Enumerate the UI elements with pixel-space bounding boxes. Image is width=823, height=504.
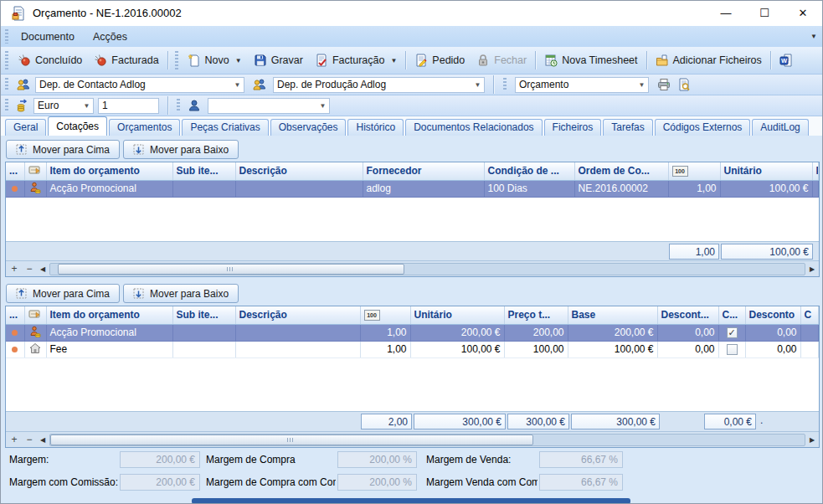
tab-geral[interactable]: Geral (5, 119, 46, 136)
col-type-icon[interactable] (24, 162, 46, 180)
facturacao-button[interactable]: Facturação▼ (309, 50, 403, 70)
fechar-button[interactable]: Fechar (471, 50, 532, 70)
grid2-hscrollbar-thumb[interactable] (50, 435, 533, 445)
currency-select[interactable]: Euro▼ (33, 98, 94, 114)
grid2-move-up-button[interactable]: Mover para Cima (6, 284, 120, 303)
production-department-select[interactable]: Dep. de Produção Adlog▼ (273, 77, 485, 93)
commission-checkbox[interactable] (727, 327, 738, 338)
grid1-row-accao-promocional[interactable]: Acção Promocional adlog 100 Dias NE.2016… (6, 180, 819, 197)
document-icon[interactable] (11, 6, 26, 21)
col-dots[interactable]: ... (6, 306, 24, 324)
col-unitario[interactable]: Unitário (410, 306, 504, 324)
margem-comissao-field[interactable]: 200,00 € (120, 474, 200, 491)
scroll-right-icon[interactable]: ▶ (807, 436, 817, 444)
col-unitario[interactable]: Unitário (720, 162, 812, 180)
col-sub-item[interactable]: Sub ite... (172, 306, 235, 324)
toolbar-grip[interactable] (5, 29, 8, 44)
col-descricao[interactable]: Descrição (235, 306, 360, 324)
tab-orcamentos[interactable]: Orçamentos (109, 119, 180, 136)
toolbar-grip[interactable] (175, 51, 178, 69)
grid2-add-row-button[interactable]: + (8, 434, 21, 446)
col-partial[interactable]: C (800, 306, 819, 324)
exchange-rate-input[interactable]: 1 (98, 98, 159, 114)
adicionar-ficheiros-button[interactable]: Adicionar Ficheiros (650, 50, 768, 70)
grid1-hscrollbar[interactable] (49, 263, 805, 275)
chevron-down-icon: ▼ (80, 102, 93, 110)
toolbar-grip[interactable] (5, 51, 8, 69)
tab-pecas-criativas[interactable]: Peças Criativas (182, 119, 268, 136)
grid1-remove-row-button[interactable]: − (23, 263, 36, 275)
minimize-button[interactable]: — (707, 1, 745, 26)
col-base[interactable]: Base (568, 306, 657, 324)
scroll-right-icon[interactable]: ▶ (807, 265, 817, 273)
close-button[interactable]: ✕ (784, 1, 822, 26)
toolbar-grip[interactable] (177, 99, 180, 113)
col-item[interactable]: Item do orçamento (46, 306, 172, 324)
grid1-move-down-button[interactable]: Mover para Baixo (123, 140, 239, 159)
col-condicao[interactable]: Condição de ... (484, 162, 574, 180)
col-type-icon[interactable] (24, 306, 46, 324)
margem-venda-comissao-field[interactable]: 66,67 % (539, 474, 623, 491)
grid2-empty-area[interactable] (6, 358, 819, 412)
word-export-button[interactable]: W (774, 50, 799, 70)
grid2-row-fee[interactable]: Fee 1,00 100,00 € 100,00 100,00 € 0,00 0… (6, 341, 819, 357)
toolbar-grip[interactable] (5, 78, 8, 92)
col-item[interactable]: Item do orçamento (46, 162, 172, 180)
pedido-button[interactable]: Pedido (409, 50, 471, 70)
grid2-remove-row-button[interactable]: − (23, 434, 36, 446)
menu-overflow-arrow[interactable]: ▼ (810, 33, 817, 40)
margem-venda-field[interactable]: 66,67 % (539, 451, 623, 468)
tab-observacoes[interactable]: Observações (270, 119, 347, 136)
tab-auditlog[interactable]: AuditLog (752, 119, 808, 136)
grid1-empty-area[interactable] (6, 198, 819, 242)
nova-timesheet-button[interactable]: Nova Timesheet (538, 50, 643, 70)
col-descricao[interactable]: Descrição (235, 162, 363, 180)
tab-historico[interactable]: Histórico (347, 119, 404, 136)
status-dot (12, 186, 18, 192)
col-quantidade[interactable]: 100 (360, 306, 410, 324)
gravar-button[interactable]: Gravar (248, 50, 309, 70)
scroll-left-icon[interactable]: ◀ (38, 265, 48, 273)
tab-tarefas[interactable]: Tarefas (603, 119, 652, 136)
facturada-button[interactable]: Facturada (88, 50, 164, 70)
col-ordem[interactable]: Ordem de Co... (574, 162, 668, 180)
col-check[interactable]: C... (718, 306, 745, 324)
maximize-button[interactable]: ☐ (745, 1, 784, 26)
menu-documento[interactable]: Documento (12, 28, 84, 46)
report-select[interactable]: Orçamento▼ (515, 77, 649, 93)
contact-department-select[interactable]: Dep. de Contacto Adlog▼ (35, 77, 244, 93)
tab-cotacoes[interactable]: Cotações (48, 116, 107, 136)
bottom-resize-bar[interactable] (192, 498, 630, 504)
commission-checkbox[interactable] (727, 344, 738, 355)
concluido-button[interactable]: Concluído (12, 50, 88, 70)
margem-compra-field[interactable]: 200,00 % (337, 451, 417, 468)
col-desconto[interactable]: Desconto (745, 306, 800, 324)
toolbar-grip[interactable] (5, 99, 8, 113)
col-fornecedor[interactable]: Fornecedor (363, 162, 484, 180)
tab-codigos-externos[interactable]: Códigos Externos (655, 119, 751, 136)
tab-documentos-relacionados[interactable]: Documentos Relacionados (405, 119, 542, 136)
grid2-hscrollbar[interactable] (49, 434, 805, 446)
novo-button[interactable]: Novo▼ (182, 50, 248, 70)
menu-accoes[interactable]: Acções (84, 28, 136, 46)
col-partial[interactable]: P (812, 162, 819, 180)
col-preco-total[interactable]: Preço t... (504, 306, 568, 324)
col-sub-item[interactable]: Sub ite... (172, 162, 235, 180)
margem-field[interactable]: 200,00 € (120, 451, 200, 468)
grid2-move-down-button[interactable]: Mover para Baixo (123, 284, 239, 303)
assignee-select[interactable]: ▼ (208, 98, 330, 114)
print-preview-icon[interactable] (677, 78, 691, 91)
grid1-hscrollbar-thumb[interactable] (58, 264, 404, 275)
grid2-row-accao-promocional[interactable]: Acção Promocional 1,00 200,00 € 200,00 2… (6, 324, 819, 341)
toolbar-grip[interactable] (503, 78, 507, 92)
tab-ficheiros[interactable]: Ficheiros (544, 119, 602, 136)
col-desconto-pct[interactable]: Descont... (657, 306, 718, 324)
toolbar-separator (535, 51, 536, 69)
grid1-move-up-button[interactable]: Mover para Cima (6, 140, 120, 159)
scroll-left-icon[interactable]: ◀ (38, 436, 48, 444)
grid1-add-row-button[interactable]: + (8, 263, 21, 275)
col-quantidade[interactable]: 100 (668, 162, 720, 180)
print-icon[interactable] (657, 78, 671, 91)
margem-compra-comissao-field[interactable]: 200,00 % (337, 474, 417, 491)
col-dots[interactable]: ... (6, 162, 24, 180)
